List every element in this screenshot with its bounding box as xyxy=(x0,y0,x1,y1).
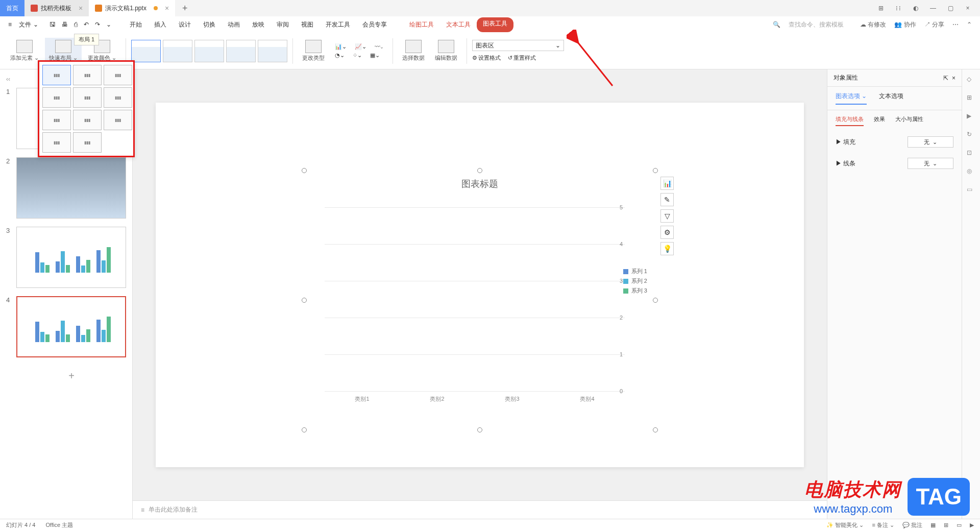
layout-option-2[interactable]: ▮▮▮ xyxy=(73,65,102,85)
change-type-button[interactable]: 更改类型 xyxy=(298,38,329,64)
select-data-button[interactable]: 选择数据 xyxy=(398,38,429,64)
add-slide-button[interactable]: + xyxy=(16,366,127,386)
tab-animation[interactable]: 动画 xyxy=(222,17,246,32)
fill-select[interactable]: 无⌄ xyxy=(908,136,953,148)
props-subtab-fill[interactable]: 填充与线条 xyxy=(836,115,864,126)
notes-toggle[interactable]: ≡ 备注 ⌄ xyxy=(872,521,894,529)
props-tab-text[interactable]: 文本选项 xyxy=(879,92,903,105)
chart-elements-button[interactable]: 📊 xyxy=(660,177,674,190)
apps-icon[interactable]: ⫶⫶ xyxy=(894,4,902,12)
chart-style-2[interactable] xyxy=(163,40,192,62)
chart-style-4[interactable] xyxy=(226,40,256,62)
layout-option-11[interactable]: ▮▮▮ xyxy=(73,132,102,153)
menu-more-icon[interactable]: ⋯ xyxy=(952,21,959,28)
chart-object[interactable]: 图表标题 012345 类别1类别2类别3类别4 系列 1系列 2系列 3 📊 … xyxy=(304,170,656,430)
close-button[interactable]: × xyxy=(964,4,972,12)
tab-start[interactable]: 开始 xyxy=(124,17,148,32)
file-menu[interactable]: 文件⌄ xyxy=(15,18,42,31)
layout-option-3[interactable]: ▮▮▮ xyxy=(104,65,132,85)
more-icon[interactable]: ⌄ xyxy=(106,21,111,28)
tab-insert[interactable]: 插入 xyxy=(148,17,173,32)
hamburger-icon[interactable]: ≡ xyxy=(8,21,12,28)
props-subtab-effect[interactable]: 效果 xyxy=(874,115,885,126)
chart-title[interactable]: 图表标题 xyxy=(304,171,655,197)
side-tool-2[interactable]: ⊞ xyxy=(967,94,976,103)
chart-style-5[interactable] xyxy=(258,40,287,62)
tab-template[interactable]: 找稻壳模板 × xyxy=(24,0,89,16)
cloud-sync[interactable]: ☁ 有修改 xyxy=(860,20,886,29)
tab-chart-tools[interactable]: 图表工具 xyxy=(477,17,513,32)
side-tool-1[interactable]: ◇ xyxy=(967,76,976,85)
tab-developer[interactable]: 开发工具 xyxy=(320,17,356,32)
pie-type-dropdown[interactable]: ◔⌄ xyxy=(335,52,345,59)
print-icon[interactable]: 🖶 xyxy=(62,21,68,28)
search-hint[interactable]: 查找命令、搜索模板 xyxy=(789,20,844,29)
chart-filters-button[interactable]: ▽ xyxy=(660,209,674,223)
bar-type-dropdown[interactable]: 📊⌄ xyxy=(335,43,347,50)
collapse-panel-icon[interactable]: ‹‹ xyxy=(6,76,14,84)
area-type-dropdown[interactable]: 〰⌄ xyxy=(375,43,383,50)
tab-document[interactable]: 演示文稿1.pptx × xyxy=(89,0,175,16)
chart-plot-area[interactable]: 012345 xyxy=(325,207,625,391)
combo-type-dropdown[interactable]: ▦⌄ xyxy=(370,52,380,59)
layout-option-8[interactable]: ▮▮▮ xyxy=(73,110,102,130)
chart-ideas-button[interactable]: 💡 xyxy=(660,242,674,255)
chart-settings-button[interactable]: ⚙ xyxy=(660,226,674,239)
layout-option-6[interactable]: ▮▮▮ xyxy=(104,87,132,108)
beautify-button[interactable]: ✨ 智能美化 ⌄ xyxy=(826,521,864,529)
comment-button[interactable]: 💬 批注 xyxy=(902,521,922,529)
slide-page[interactable]: 图表标题 012345 类别1类别2类别3类别4 系列 1系列 2系列 3 📊 … xyxy=(156,103,804,467)
new-tab-button[interactable]: + xyxy=(175,0,195,16)
view-normal-icon[interactable]: ▦ xyxy=(930,522,936,528)
preview-icon[interactable]: ⎙ xyxy=(74,21,78,28)
close-panel-icon[interactable]: × xyxy=(952,75,955,82)
chart-style-3[interactable] xyxy=(194,40,224,62)
tab-design[interactable]: 设计 xyxy=(173,17,197,32)
chart-style-1[interactable] xyxy=(131,40,161,62)
slide-thumb-4[interactable] xyxy=(16,296,126,357)
tab-slideshow[interactable]: 放映 xyxy=(246,17,271,32)
collapse-ribbon-icon[interactable]: ⌃ xyxy=(967,21,972,28)
chart-element-combo[interactable]: 图表区⌄ xyxy=(472,40,564,51)
scatter-type-dropdown[interactable]: ⁘⌄ xyxy=(353,52,362,59)
layout-option-9[interactable]: ▮▮▮ xyxy=(104,110,132,130)
slide-thumb-3[interactable] xyxy=(16,227,126,288)
user-icon[interactable]: ◐ xyxy=(912,4,920,12)
tab-review[interactable]: 审阅 xyxy=(271,17,295,32)
layout-option-5[interactable]: ▮▮▮ xyxy=(73,87,102,108)
save-icon[interactable]: 🖫 xyxy=(50,21,56,28)
side-tool-7[interactable]: ▭ xyxy=(967,186,976,195)
chart-legend[interactable]: 系列 1系列 2系列 3 xyxy=(623,268,647,297)
line-select[interactable]: 无⌄ xyxy=(908,158,953,169)
view-slideshow-icon[interactable]: ▶ xyxy=(970,522,974,528)
view-reading-icon[interactable]: ▭ xyxy=(957,522,962,528)
tab-member[interactable]: 会员专享 xyxy=(356,17,393,32)
pin-icon[interactable]: ⇱ xyxy=(943,75,948,82)
reset-style-button[interactable]: ↺ 重置样式 xyxy=(508,54,536,62)
chart-style-gallery[interactable] xyxy=(131,40,287,62)
maximize-button[interactable]: ▢ xyxy=(946,4,954,12)
undo-icon[interactable]: ↶ xyxy=(84,21,89,28)
minimize-button[interactable]: — xyxy=(929,4,937,12)
layout-icon[interactable]: ⊞ xyxy=(877,4,885,12)
side-tool-6[interactable]: ◎ xyxy=(967,167,976,177)
tab-text-tools[interactable]: 文本工具 xyxy=(440,17,477,32)
props-tab-chart[interactable]: 图表选项 ⌄ xyxy=(836,92,867,105)
side-tool-3[interactable]: ▶ xyxy=(967,112,976,122)
tab-drawing-tools[interactable]: 绘图工具 xyxy=(403,17,440,32)
chart-styles-button[interactable]: ✎ xyxy=(660,193,674,206)
redo-icon[interactable]: ↷ xyxy=(95,21,100,28)
side-tool-4[interactable]: ↻ xyxy=(967,131,976,140)
search-icon[interactable]: 🔍 xyxy=(773,21,780,28)
layout-option-1[interactable]: ▮▮▮ xyxy=(42,65,71,85)
line-type-dropdown[interactable]: 📈⌄ xyxy=(355,43,366,50)
tab-home[interactable]: 首页 xyxy=(0,0,24,16)
tab-transition[interactable]: 切换 xyxy=(197,17,222,32)
share-button[interactable]: ↗ 分享 xyxy=(924,20,944,29)
props-subtab-size[interactable]: 大小与属性 xyxy=(895,115,923,126)
notes-bar[interactable]: ≡ 单击此处添加备注 xyxy=(133,500,827,519)
layout-option-10[interactable]: ▮▮▮ xyxy=(42,132,71,153)
set-format-button[interactable]: ⚙ 设置格式 xyxy=(472,54,501,62)
collab-button[interactable]: 👥 协作 xyxy=(894,20,916,29)
layout-option-7[interactable]: ▮▮▮ xyxy=(42,110,71,130)
